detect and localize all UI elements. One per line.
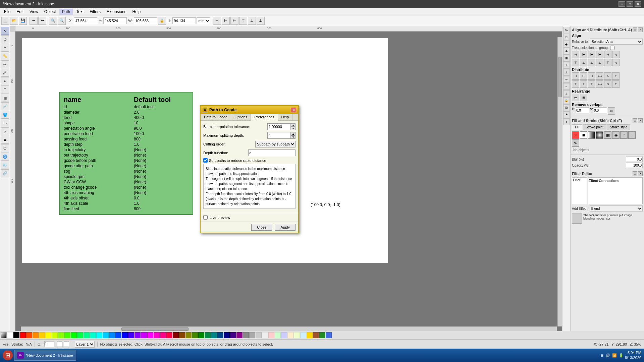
align-center-v-button[interactable]: ⊥ <box>588 59 595 66</box>
remove-overlaps-button[interactable]: ⊞ <box>608 107 615 115</box>
align-bottom-button[interactable]: ⊥ <box>257 17 265 25</box>
zoom-tool[interactable]: ⌖ <box>1 44 9 52</box>
unset-fill-button[interactable]: ? <box>620 131 628 139</box>
gradient-tool[interactable]: ▦ <box>1 94 9 102</box>
fill-stroke-close[interactable]: ✕ <box>638 118 643 123</box>
palette-color[interactable] <box>275 332 281 338</box>
palette-color-yellow[interactable] <box>45 332 51 338</box>
dist-left-button[interactable]: ⊣ <box>572 72 579 80</box>
palette-color-white[interactable] <box>7 332 13 338</box>
palette-color-royal[interactable] <box>326 332 332 338</box>
align-top-anchor-button[interactable]: ⊥ <box>580 59 587 66</box>
align-top-button[interactable]: ⊤ <box>239 17 247 25</box>
align-middle-button[interactable]: ⊥ <box>248 17 256 25</box>
measure-tool[interactable]: 📏 <box>1 52 9 60</box>
vertical-scrollbar[interactable] <box>557 37 562 326</box>
palette-color-magenta[interactable] <box>147 332 153 338</box>
align-right-button[interactable]: ⊢ <box>230 17 238 25</box>
dialog-close-button[interactable]: ✕ <box>291 108 296 112</box>
dist-gaps-v-button[interactable]: ⟺ <box>596 80 603 88</box>
dialog-tab-help[interactable]: Help <box>278 114 293 120</box>
palette-color[interactable] <box>236 332 243 338</box>
palette-color-sienna[interactable] <box>313 332 319 338</box>
unclump-button[interactable]: ⊞ <box>580 94 587 101</box>
horizontal-scrollbar[interactable] <box>21 326 557 331</box>
snap-button[interactable]: % <box>563 27 570 34</box>
swatch-fill-button[interactable]: ◈ <box>612 131 620 139</box>
palette-color[interactable] <box>185 332 192 338</box>
new-button[interactable]: ⬜ <box>1 17 9 25</box>
pencil-tool[interactable]: ✏ <box>1 60 9 68</box>
pen-tool[interactable]: 🖊 <box>1 69 9 77</box>
circle-tool[interactable]: ○ <box>1 127 9 135</box>
snap-perp-button[interactable]: ⊥ <box>563 69 570 76</box>
palette-color-blue[interactable] <box>122 332 128 338</box>
palette-color[interactable] <box>217 332 223 338</box>
menu-edit[interactable]: Edit <box>14 9 26 15</box>
biarc-spin-up[interactable]: ▲ <box>291 123 296 127</box>
spiral-tool[interactable]: 🌀 <box>1 153 9 161</box>
palette-color[interactable] <box>154 332 160 338</box>
undo-button[interactable]: ↩ <box>30 17 38 25</box>
palette-color[interactable] <box>300 332 306 338</box>
dist-text-v-button[interactable]: T <box>612 80 620 88</box>
dist-bottom-button[interactable]: ⊤ <box>588 80 595 88</box>
exchange-button[interactable]: ⇄ <box>572 94 579 101</box>
opacity-input[interactable] <box>626 163 643 168</box>
opacity-status-input[interactable] <box>44 341 54 347</box>
add-effect-select[interactable]: Blend Blur ColorMatrix Composite <box>590 205 643 212</box>
palette-color[interactable] <box>84 332 90 338</box>
sort-paths-checkbox[interactable] <box>203 158 208 163</box>
align-text-button[interactable]: A <box>612 51 620 58</box>
zoom-in-button[interactable]: 🔍 <box>49 17 57 25</box>
palette-color[interactable] <box>128 332 134 338</box>
dialog-tab-preferences[interactable]: Preferences <box>251 114 278 121</box>
dist-base-button[interactable]: A <box>604 72 611 80</box>
dist-top-button[interactable]: ⊤ <box>572 80 579 88</box>
3d-box-tool[interactable]: ⬡ <box>1 144 9 152</box>
stroke-style-tab[interactable]: Stroke style <box>607 124 630 130</box>
connector-tool[interactable]: 🔗 <box>1 169 9 177</box>
align-center-button[interactable]: ⊢ <box>222 17 230 25</box>
mesh-fill-button[interactable]: ⋯ <box>628 131 636 139</box>
palette-color[interactable] <box>33 332 39 338</box>
palette-color[interactable] <box>52 332 58 338</box>
blur-input[interactable] <box>626 157 643 162</box>
layer-select[interactable]: Layer 1 <box>75 341 95 348</box>
palette-color[interactable] <box>211 332 217 338</box>
palette-color-green[interactable] <box>71 332 77 338</box>
menu-file[interactable]: File <box>1 9 13 15</box>
dist-center-h-button[interactable]: ⊢ <box>580 72 587 80</box>
align-left-button[interactable]: ⊣ <box>213 17 221 25</box>
dist-right-button[interactable]: ⊣ <box>588 72 595 80</box>
lock-aspect-button[interactable]: 🔒 <box>158 17 166 25</box>
canvas-content[interactable]: name Default tool iddefault tool diamete… <box>15 32 562 331</box>
menu-filters[interactable]: Filters <box>87 9 103 15</box>
pattern-fill-button[interactable]: ▦ <box>604 131 611 139</box>
max-depth-input[interactable] <box>267 132 291 139</box>
snap-guide-button[interactable]: ⊕ <box>563 48 570 55</box>
palette-color[interactable] <box>287 332 293 338</box>
palette-color[interactable] <box>166 332 172 338</box>
biarc-tolerance-input[interactable] <box>267 123 291 130</box>
canvas-area[interactable]: 0 100 200 300 400 500 600 0 100 200 300 … <box>10 26 562 331</box>
snap-tan-button[interactable]: ∿ <box>563 76 570 83</box>
palette-color[interactable] <box>90 332 96 338</box>
palette-color-gold[interactable] <box>307 332 313 338</box>
task-clock[interactable]: 5:04 PM 8/13/2020 <box>625 350 641 361</box>
snap-smooth-button[interactable]: ≈ <box>563 83 570 90</box>
filter-editor-detach[interactable]: □ <box>633 171 637 176</box>
align-left-anchor-button[interactable]: ⊢ <box>580 51 587 58</box>
fill-stroke-detach[interactable]: □ <box>633 118 637 123</box>
snap-grid-button[interactable]: ⊞ <box>563 55 570 62</box>
maximize-button[interactable]: □ <box>627 1 633 7</box>
t-button[interactable]: T <box>563 118 570 125</box>
inkscape-taskbar-button[interactable]: ✏ *New document 2 - Inkscape <box>14 350 76 361</box>
apply-button[interactable]: Apply <box>275 224 296 231</box>
overlap-v-input[interactable] <box>594 107 607 113</box>
palette-color[interactable] <box>224 332 230 338</box>
treat-as-group-checkbox[interactable] <box>610 46 614 50</box>
palette-color[interactable] <box>262 332 268 338</box>
palette-color[interactable] <box>268 332 274 338</box>
save-button[interactable]: 💾 <box>19 17 27 25</box>
